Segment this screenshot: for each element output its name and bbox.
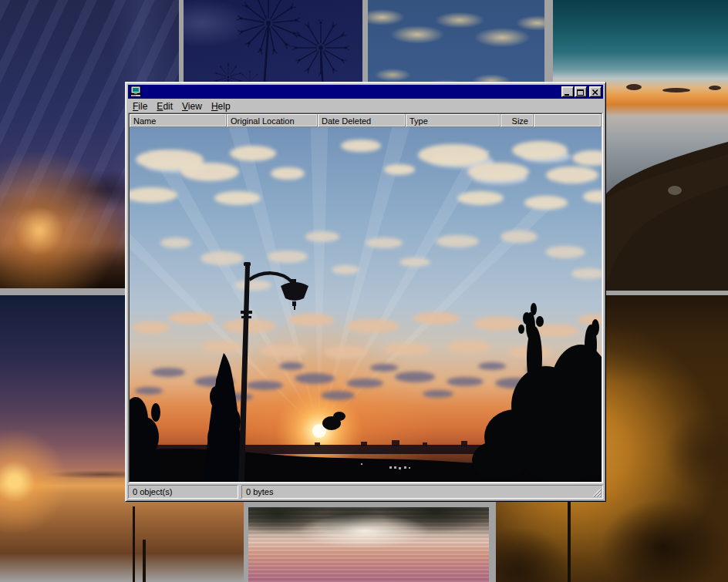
menu-bar: File Edit View Help xyxy=(128,99,603,113)
status-bytes: 0 bytes xyxy=(241,485,603,499)
column-header-size[interactable]: Size xyxy=(501,114,534,127)
maximize-icon xyxy=(577,89,585,96)
column-header-original-location[interactable]: Original Location xyxy=(227,114,318,127)
minimize-button[interactable] xyxy=(561,86,574,97)
column-header-date-deleted[interactable]: Date Deleted xyxy=(318,114,406,127)
recycle-bin-window: File Edit View Help Name Original Locati… xyxy=(125,82,606,502)
column-header-row: Name Original Location Date Deleted Type… xyxy=(130,114,602,127)
status-bar: 0 object(s) 0 bytes xyxy=(128,485,603,499)
maximize-button[interactable] xyxy=(575,86,587,97)
sunset-streetlamp-photo xyxy=(130,127,602,482)
menu-item-view[interactable]: View xyxy=(177,100,207,113)
minimize-icon xyxy=(564,89,571,96)
close-icon xyxy=(592,89,599,96)
left-bush xyxy=(130,397,163,482)
menu-item-file[interactable]: File xyxy=(128,100,152,113)
computer-icon xyxy=(130,86,142,98)
lagoon-pole xyxy=(133,506,135,582)
title-bar[interactable] xyxy=(128,85,603,99)
resize-grip-icon[interactable] xyxy=(592,487,602,497)
status-bytes-text: 0 bytes xyxy=(246,487,273,496)
list-view-frame: Name Original Location Date Deleted Type… xyxy=(128,113,603,483)
wallpaper-photo-water-reflection xyxy=(248,507,489,582)
list-view-area[interactable] xyxy=(130,127,602,482)
lagoon-pole xyxy=(143,540,146,582)
golden-haze-pole xyxy=(568,488,571,582)
menu-item-edit[interactable]: Edit xyxy=(152,100,177,113)
status-objects: 0 object(s) xyxy=(128,485,238,499)
column-header-name[interactable]: Name xyxy=(130,114,227,127)
column-header-filler xyxy=(534,114,602,127)
close-button[interactable] xyxy=(589,86,602,97)
desktop: File Edit View Help Name Original Locati… xyxy=(0,0,728,582)
column-header-type[interactable]: Type xyxy=(406,114,501,127)
menu-item-help[interactable]: Help xyxy=(207,100,235,113)
